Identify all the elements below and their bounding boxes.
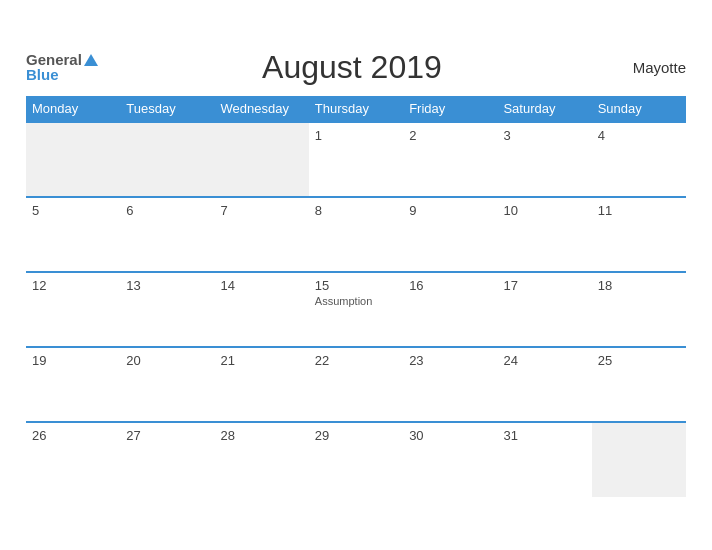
day-number: 9: [409, 203, 491, 218]
calendar-day-cell: 1: [309, 122, 403, 197]
calendar-day-cell: 5: [26, 197, 120, 272]
calendar-week-row: 19202122232425: [26, 347, 686, 422]
day-number: 19: [32, 353, 114, 368]
calendar-day-cell: 24: [497, 347, 591, 422]
calendar-day-cell: 16: [403, 272, 497, 347]
weekday-header-row: MondayTuesdayWednesdayThursdayFridaySatu…: [26, 96, 686, 122]
calendar-week-row: 567891011: [26, 197, 686, 272]
calendar-day-cell: 28: [215, 422, 309, 497]
day-number: 10: [503, 203, 585, 218]
calendar-day-cell: 27: [120, 422, 214, 497]
day-number: 15: [315, 278, 397, 293]
calendar-day-cell: 19: [26, 347, 120, 422]
day-number: 24: [503, 353, 585, 368]
logo-general-text: General: [26, 52, 82, 67]
calendar-day-cell: 12: [26, 272, 120, 347]
calendar-day-cell: 26: [26, 422, 120, 497]
day-number: 6: [126, 203, 208, 218]
day-number: 25: [598, 353, 680, 368]
calendar-header: General Blue August 2019 Mayotte: [26, 49, 686, 86]
day-number: 8: [315, 203, 397, 218]
calendar-day-cell: 9: [403, 197, 497, 272]
day-number: 30: [409, 428, 491, 443]
day-number: 12: [32, 278, 114, 293]
calendar-day-cell: 6: [120, 197, 214, 272]
day-number: 3: [503, 128, 585, 143]
calendar-day-cell: 10: [497, 197, 591, 272]
calendar-day-cell: 22: [309, 347, 403, 422]
day-number: 29: [315, 428, 397, 443]
calendar-container: General Blue August 2019 Mayotte MondayT…: [11, 39, 701, 512]
day-number: 26: [32, 428, 114, 443]
calendar-day-cell: 17: [497, 272, 591, 347]
day-number: 17: [503, 278, 585, 293]
day-number: 7: [221, 203, 303, 218]
day-number: 2: [409, 128, 491, 143]
logo-blue-text: Blue: [26, 67, 98, 82]
day-number: 11: [598, 203, 680, 218]
weekday-header: Friday: [403, 96, 497, 122]
calendar-day-cell: 7: [215, 197, 309, 272]
weekday-header: Tuesday: [120, 96, 214, 122]
weekday-header: Saturday: [497, 96, 591, 122]
calendar-day-cell: 21: [215, 347, 309, 422]
calendar-day-cell: 18: [592, 272, 686, 347]
calendar-region: Mayotte: [606, 59, 686, 76]
calendar-title: August 2019: [98, 49, 606, 86]
calendar-day-cell: 31: [497, 422, 591, 497]
day-number: 16: [409, 278, 491, 293]
calendar-day-cell: [215, 122, 309, 197]
calendar-week-row: 12131415Assumption161718: [26, 272, 686, 347]
day-number: 28: [221, 428, 303, 443]
calendar-day-cell: 15Assumption: [309, 272, 403, 347]
logo: General Blue: [26, 52, 98, 82]
day-number: 22: [315, 353, 397, 368]
calendar-day-cell: 8: [309, 197, 403, 272]
calendar-day-cell: 13: [120, 272, 214, 347]
calendar-day-cell: 30: [403, 422, 497, 497]
calendar-day-cell: 3: [497, 122, 591, 197]
calendar-week-row: 262728293031: [26, 422, 686, 497]
day-number: 4: [598, 128, 680, 143]
weekday-header: Thursday: [309, 96, 403, 122]
calendar-day-cell: 29: [309, 422, 403, 497]
day-number: 27: [126, 428, 208, 443]
calendar-day-cell: 4: [592, 122, 686, 197]
calendar-day-cell: [592, 422, 686, 497]
calendar-day-cell: 23: [403, 347, 497, 422]
event-label: Assumption: [315, 295, 397, 307]
calendar-day-cell: 2: [403, 122, 497, 197]
calendar-day-cell: 20: [120, 347, 214, 422]
calendar-day-cell: 11: [592, 197, 686, 272]
day-number: 20: [126, 353, 208, 368]
calendar-week-row: 1234: [26, 122, 686, 197]
logo-triangle-icon: [84, 54, 98, 66]
day-number: 21: [221, 353, 303, 368]
weekday-header: Monday: [26, 96, 120, 122]
day-number: 14: [221, 278, 303, 293]
day-number: 23: [409, 353, 491, 368]
weekday-header: Sunday: [592, 96, 686, 122]
day-number: 13: [126, 278, 208, 293]
day-number: 5: [32, 203, 114, 218]
day-number: 31: [503, 428, 585, 443]
calendar-day-cell: 25: [592, 347, 686, 422]
day-number: 1: [315, 128, 397, 143]
calendar-grid: MondayTuesdayWednesdayThursdayFridaySatu…: [26, 96, 686, 497]
calendar-day-cell: [120, 122, 214, 197]
day-number: 18: [598, 278, 680, 293]
calendar-day-cell: [26, 122, 120, 197]
weekday-header: Wednesday: [215, 96, 309, 122]
calendar-day-cell: 14: [215, 272, 309, 347]
